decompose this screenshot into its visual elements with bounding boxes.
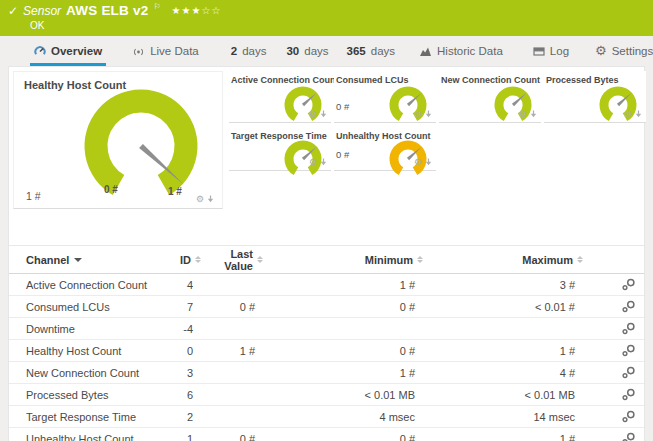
gauge-dial [384,82,432,126]
channel-tools-cell [583,410,644,423]
gauge-pin-icon[interactable] [425,158,432,166]
gauge-tile-consumed-lcus[interactable]: Consumed LCUs 0 # ⚙ [334,71,436,123]
gauge-tile-new-connection-count[interactable]: New Connection Count ⚙ [439,71,541,123]
column-header-id[interactable]: ID [171,254,201,266]
gauge-card-healthy-host-count[interactable]: Healthy Host Count 0 # 1 # 1 # ⚙ [13,71,223,209]
gauge-gear-icon[interactable]: ⚙ [309,110,317,118]
tab-log[interactable]: Log [529,41,573,66]
gauge-pin-icon[interactable] [207,195,214,203]
priority-flag-icon: ⚐ [153,2,160,11]
channel-name: Processed Bytes [26,389,171,401]
log-icon [533,46,545,57]
column-header-maximum[interactable]: Maximum [423,254,583,266]
gauge-tile-processed-bytes[interactable]: Processed Bytes ⚙ [544,71,646,123]
gauge-pin-icon[interactable] [320,158,327,166]
column-label: Channel [26,254,69,266]
gauge-gear-icon[interactable]: ⚙ [414,110,422,118]
channel-settings-icon[interactable] [622,410,636,423]
column-label: ID [180,254,191,266]
table-row: Downtime -4 [9,318,644,340]
sensor-status-text: OK [30,20,44,31]
status-check-icon: ✓ [8,4,18,18]
tab-label: days [242,45,266,57]
sensor-status-banner: ✓ Sensor AWS ELB v2 ⚐ ★★★☆☆ OK [0,0,653,36]
channel-id: 3 [171,367,201,379]
gauge-pin-icon[interactable] [530,110,537,118]
channel-last-value: 0 # [201,433,263,441]
channel-id: -4 [171,323,201,335]
gauge-gear-icon[interactable]: ⚙ [196,195,204,203]
tab-2-days[interactable]: 2 days [227,41,271,66]
tab-overview[interactable]: Overview [30,41,106,66]
channel-maximum: 3 # [423,279,583,291]
channel-name: Unhealthy Host Count [26,433,171,441]
tab-label: Log [550,45,569,57]
channel-settings-icon[interactable] [622,278,636,291]
channel-name: Consumed LCUs [26,301,171,313]
channel-minimum: 4 msec [263,411,423,423]
channel-minimum: 0 # [263,433,423,441]
table-row: Processed Bytes 6 < 0.01 MB < 0.01 MB [9,384,644,406]
tab-number: 2 [231,45,237,57]
tab-30-days[interactable]: 30 days [282,41,332,66]
tab-label: Historic Data [437,45,503,57]
sensor-title: AWS ELB v2 [66,3,148,18]
channel-id: 0 [171,345,201,357]
channel-settings-icon[interactable] [622,432,636,441]
gauge-dial [66,86,216,208]
table-row: Target Response Time 2 4 msec 14 msec [9,406,644,428]
tab-label: days [304,45,328,57]
channel-id: 4 [171,279,201,291]
tab-365-days[interactable]: 365 days [343,41,399,66]
channel-last-value: 0 # [201,301,263,313]
gauge-arc [96,101,186,185]
column-header-minimum[interactable]: Minimum [263,254,423,266]
channel-minimum: 0 # [263,345,423,357]
gauge-current-value: 0 # [336,101,349,112]
channel-maximum: 1 # [423,433,583,441]
channel-last-value: 1 # [201,345,263,357]
column-header-last-value[interactable]: Last Value [201,248,263,272]
gauge-pin-icon[interactable] [320,110,327,118]
gauge-icon [34,45,46,57]
gauge-pin-icon[interactable] [425,110,432,118]
channel-settings-icon[interactable] [622,300,636,313]
gauge-tile-active-connection-count[interactable]: Active Connection Count ⚙ [229,71,331,123]
gauge-scale-max: 1 # [168,186,182,197]
gauge-gear-icon[interactable]: ⚙ [414,158,422,166]
channel-tools-cell [583,432,644,441]
channel-settings-icon[interactable] [622,388,636,401]
channel-table-header: Channel ID Last Value Minimum Maximum [9,245,644,274]
channel-tools-cell [583,388,644,401]
channel-table: Channel ID Last Value Minimum Maximum [9,245,644,441]
gauge-scale-min: 0 # [104,184,118,195]
tab-settings[interactable]: ⚙ Settings [591,41,653,66]
channel-tools-cell [583,278,644,291]
channel-id: 1 [171,433,201,441]
channel-minimum: 1 # [263,367,423,379]
channel-settings-icon[interactable] [622,344,636,357]
tab-number: 30 [286,45,299,57]
gauge-dial [279,82,327,126]
gauge-gear-icon[interactable]: ⚙ [309,158,317,166]
chart-icon [419,46,432,57]
gauge-tile-target-response-time[interactable]: Target Response Time ⚙ [229,127,331,171]
column-header-channel[interactable]: Channel [26,254,171,266]
channel-id: 7 [171,301,201,313]
gauge-tiles-grid: Active Connection Count ⚙ Consumed LCUs [229,71,646,171]
gauge-gear-icon[interactable]: ⚙ [624,110,632,118]
channel-settings-icon[interactable] [622,322,636,335]
tab-label: days [371,45,395,57]
tab-live-data[interactable]: Live Data [128,41,203,66]
column-label: Last Value [201,248,253,272]
overview-panel: Healthy Host Count 0 # 1 # 1 # ⚙ Active … [8,66,645,441]
channel-name: Downtime [26,323,171,335]
favorite-stars-rating[interactable]: ★★★☆☆ [172,5,222,16]
channel-settings-icon[interactable] [622,366,636,379]
gauge-gear-icon[interactable]: ⚙ [519,110,527,118]
tab-historic-data[interactable]: Historic Data [415,41,507,66]
channel-maximum: < 0.01 MB [423,389,583,401]
table-row: Healthy Host Count 0 1 # 0 # 1 # [9,340,644,362]
gauge-pin-icon[interactable] [635,110,642,118]
gauge-tile-unhealthy-host-count[interactable]: Unhealthy Host Count 0 # ⚙ [334,127,436,171]
